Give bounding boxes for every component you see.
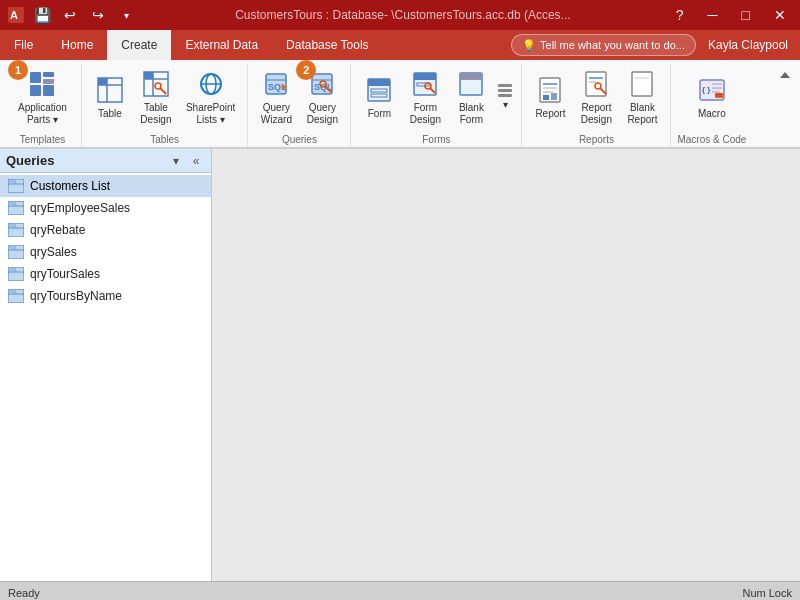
query-icon-rebate: SQL <box>8 222 24 238</box>
report-icon <box>534 74 566 106</box>
svg-rect-4 <box>30 85 41 96</box>
report-label: Report <box>535 108 565 120</box>
svg-rect-30 <box>368 79 390 86</box>
templates-group-label: Templates <box>20 132 66 147</box>
svg-text:SQL: SQL <box>9 179 18 184</box>
lightbulb-icon: 💡 <box>522 39 536 52</box>
menu-home[interactable]: Home <box>47 30 107 60</box>
svg-text:SQL: SQL <box>9 223 18 228</box>
svg-text:A: A <box>10 9 18 21</box>
quick-redo[interactable]: ↪ <box>88 5 108 25</box>
menu-file[interactable]: File <box>0 30 47 60</box>
ribbon-collapse-button[interactable] <box>774 64 796 89</box>
quick-undo[interactable]: ↩ <box>60 5 80 25</box>
svg-text:SQL: SQL <box>9 201 18 206</box>
query-wizard-button[interactable]: SQL QueryWizard <box>254 64 298 130</box>
blank-report-button[interactable]: BlankReport <box>620 64 664 130</box>
svg-line-15 <box>160 88 166 94</box>
table-label: Table <box>98 108 122 120</box>
menu-dbtools[interactable]: Database Tools <box>272 30 383 60</box>
nav-item-tour-sales[interactable]: SQL qryTourSales <box>0 263 211 285</box>
menu-external[interactable]: External Data <box>171 30 272 60</box>
report-design-button[interactable]: ReportDesign <box>574 64 618 130</box>
sharepoint-icon <box>195 68 227 100</box>
app-parts-icon <box>26 68 58 100</box>
ribbon: 1 ApplicationParts ▾ Templates <box>0 60 800 149</box>
nav-item-rebate[interactable]: SQL qryRebate <box>0 219 211 241</box>
blank-form-button[interactable]: BlankForm <box>449 64 493 130</box>
svg-rect-6 <box>43 79 54 84</box>
form-button[interactable]: Form <box>357 70 401 124</box>
badge-1: 1 <box>8 60 28 80</box>
macro-label: Macro <box>698 108 726 120</box>
nav-item-customers-list[interactable]: SQL Customers List <box>0 175 211 197</box>
nav-list: SQL Customers List SQL qryEmployeeSales <box>0 173 211 581</box>
minimize-button[interactable]: ─ <box>702 5 724 25</box>
svg-point-16 <box>155 83 161 89</box>
quick-save[interactable]: 💾 <box>32 5 52 25</box>
table-design-button[interactable]: TableDesign <box>134 64 178 130</box>
svg-text:SQL: SQL <box>9 245 18 250</box>
quick-dropdown[interactable]: ▾ <box>116 5 136 25</box>
query-design-label: QueryDesign <box>307 102 338 126</box>
query-icon-tours-by-name: SQL <box>8 288 24 304</box>
svg-rect-44 <box>543 95 549 100</box>
title-bar-title: CustomersTours : Database- \CustomersTou… <box>136 8 670 22</box>
form-design-button[interactable]: FormDesign <box>403 64 447 130</box>
app-parts-button[interactable]: 1 ApplicationParts ▾ <box>12 64 73 130</box>
tell-me-bar[interactable]: 💡 Tell me what you want to do... <box>511 34 696 56</box>
main-layout: Queries ▾ « SQL Customers List <box>0 149 800 581</box>
nav-item-label-tour-sales: qryTourSales <box>30 267 100 281</box>
menu-create[interactable]: Create <box>107 30 171 60</box>
svg-text:{ }: { } <box>702 85 710 94</box>
ribbon-group-reports-items: Report ReportDesign <box>528 64 664 130</box>
maximize-button[interactable]: □ <box>736 5 756 25</box>
macro-button[interactable]: { } ... Macro <box>690 70 734 124</box>
report-button[interactable]: Report <box>528 70 572 124</box>
blank-form-icon <box>455 68 487 100</box>
query-wizard-icon: SQL <box>260 68 292 100</box>
svg-rect-2 <box>30 72 41 83</box>
svg-marker-60 <box>780 72 790 78</box>
reports-group-label: Reports <box>579 132 614 147</box>
close-button[interactable]: ✕ <box>768 5 792 25</box>
form-icon <box>363 74 395 106</box>
numlock-indicator: Num Lock <box>742 587 792 599</box>
svg-rect-51 <box>632 72 652 96</box>
blank-form-label: BlankForm <box>459 102 484 126</box>
query-icon-tour-sales: SQL <box>8 266 24 282</box>
query-design-button[interactable]: 2 SQL QueryDesign <box>300 64 344 130</box>
table-design-label: TableDesign <box>140 102 171 126</box>
user-info: Kayla Claypool <box>696 38 800 52</box>
nav-collapse-button[interactable]: « <box>187 152 205 170</box>
title-bar-controls: ? ─ □ ✕ <box>670 5 792 25</box>
nav-item-tours-by-name[interactable]: SQL qryToursByName <box>0 285 211 307</box>
sharepoint-label: SharePointLists ▾ <box>186 102 235 126</box>
nav-item-sales[interactable]: SQL qrySales <box>0 241 211 263</box>
help-button[interactable]: ? <box>670 5 690 25</box>
ribbon-group-templates: 1 ApplicationParts ▾ Templates <box>4 64 82 147</box>
nav-item-label-sales: qrySales <box>30 245 77 259</box>
svg-rect-45 <box>551 93 557 100</box>
sharepoint-button[interactable]: SharePointLists ▾ <box>180 64 241 130</box>
svg-text:SQL: SQL <box>9 267 18 272</box>
ribbon-group-macros-items: { } ... Macro <box>690 64 734 130</box>
table-button[interactable]: Table <box>88 70 132 124</box>
nav-item-employee-sales[interactable]: SQL qryEmployeeSales <box>0 197 211 219</box>
ribbon-group-reports: Report ReportDesign <box>522 64 671 147</box>
svg-rect-39 <box>460 73 482 80</box>
nav-pane-title: Queries <box>6 153 54 168</box>
svg-rect-5 <box>43 85 54 96</box>
ribbon-group-queries-items: SQL QueryWizard 2 SQL <box>254 64 344 130</box>
query-icon-sales: SQL <box>8 244 24 260</box>
more-forms-button[interactable]: ▾ <box>495 80 515 115</box>
report-design-label: ReportDesign <box>581 102 612 126</box>
more-forms-label: ▾ <box>503 99 508 111</box>
nav-filter-button[interactable]: ▾ <box>167 152 185 170</box>
ribbon-group-templates-items: 1 ApplicationParts ▾ <box>12 64 73 130</box>
report-design-icon <box>580 68 612 100</box>
query-wizard-label: QueryWizard <box>261 102 292 126</box>
form-label: Form <box>368 108 391 120</box>
menu-items: File Home Create External Data Database … <box>0 30 383 60</box>
nav-item-label-employee-sales: qryEmployeeSales <box>30 201 130 215</box>
